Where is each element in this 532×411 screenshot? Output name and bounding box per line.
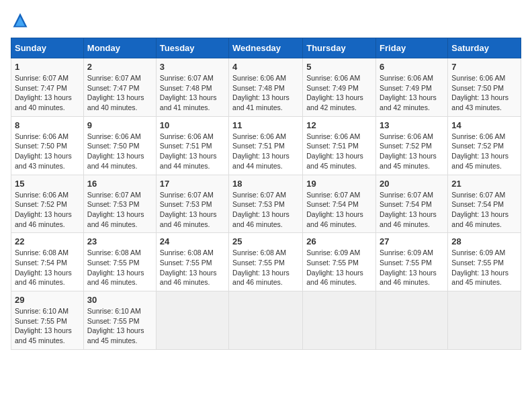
day-cell-24: 24Sunrise: 6:08 AMSunset: 7:55 PMDayligh… [156,233,228,291]
week-row-2: 8Sunrise: 6:06 AMSunset: 7:50 PMDaylight… [11,116,521,175]
day-number: 9 [87,120,152,130]
day-info: Sunrise: 6:09 AMSunset: 7:55 PMDaylight:… [306,248,363,286]
day-number: 27 [380,236,444,246]
day-info: Sunrise: 6:10 AMSunset: 7:55 PMDaylight:… [15,307,72,345]
day-info: Sunrise: 6:09 AMSunset: 7:55 PMDaylight:… [380,248,437,286]
day-info: Sunrise: 6:06 AMSunset: 7:52 PMDaylight:… [451,132,508,170]
day-info: Sunrise: 6:06 AMSunset: 7:49 PMDaylight:… [306,74,363,111]
day-cell-26: 26Sunrise: 6:09 AMSunset: 7:55 PMDayligh… [303,233,376,291]
day-cell-15: 15Sunrise: 6:06 AMSunset: 7:52 PMDayligh… [11,175,84,233]
day-cell-18: 18Sunrise: 6:07 AMSunset: 7:53 PMDayligh… [229,175,303,233]
week-row-5: 29Sunrise: 6:10 AMSunset: 7:55 PMDayligh… [11,291,521,350]
header [11,11,521,30]
day-cell-4: 4Sunrise: 6:06 AMSunset: 7:48 PMDaylight… [229,58,303,117]
empty-cell [448,291,521,350]
header-monday: Monday [83,38,156,58]
day-info: Sunrise: 6:06 AMSunset: 7:49 PMDaylight:… [380,74,437,111]
day-number: 3 [160,62,225,72]
header-wednesday: Wednesday [229,38,303,58]
calendar-body: 1Sunrise: 6:07 AMSunset: 7:47 PMDaylight… [11,58,521,350]
day-cell-21: 21Sunrise: 6:07 AMSunset: 7:54 PMDayligh… [448,175,521,233]
day-cell-8: 8Sunrise: 6:06 AMSunset: 7:50 PMDaylight… [11,116,84,175]
day-number: 23 [87,236,152,246]
day-number: 18 [232,179,299,189]
day-info: Sunrise: 6:08 AMSunset: 7:55 PMDaylight:… [232,248,290,286]
logo-icon [11,11,30,30]
day-info: Sunrise: 6:07 AMSunset: 7:47 PMDaylight:… [87,74,144,111]
day-number: 8 [15,120,80,130]
header-saturday: Saturday [448,38,521,58]
day-number: 10 [160,120,225,130]
day-info: Sunrise: 6:10 AMSunset: 7:55 PMDaylight:… [87,307,144,345]
week-row-1: 1Sunrise: 6:07 AMSunset: 7:47 PMDaylight… [11,58,521,117]
day-number: 26 [306,236,372,246]
day-info: Sunrise: 6:06 AMSunset: 7:51 PMDaylight:… [160,132,217,170]
day-info: Sunrise: 6:07 AMSunset: 7:54 PMDaylight:… [306,191,363,228]
day-number: 21 [451,179,517,189]
empty-cell [303,291,376,350]
header-friday: Friday [376,38,448,58]
day-number: 25 [232,236,299,246]
day-info: Sunrise: 6:06 AMSunset: 7:52 PMDaylight:… [380,132,437,170]
day-number: 1 [15,62,80,72]
day-cell-9: 9Sunrise: 6:06 AMSunset: 7:50 PMDaylight… [83,116,156,175]
day-cell-11: 11Sunrise: 6:06 AMSunset: 7:51 PMDayligh… [229,116,303,175]
day-number: 28 [451,236,517,246]
day-cell-20: 20Sunrise: 6:07 AMSunset: 7:54 PMDayligh… [376,175,448,233]
week-row-4: 22Sunrise: 6:08 AMSunset: 7:54 PMDayligh… [11,233,521,291]
empty-cell [229,291,303,350]
day-cell-13: 13Sunrise: 6:06 AMSunset: 7:52 PMDayligh… [376,116,448,175]
day-number: 19 [306,179,372,189]
day-info: Sunrise: 6:07 AMSunset: 7:54 PMDaylight:… [451,191,508,228]
day-info: Sunrise: 6:07 AMSunset: 7:53 PMDaylight:… [87,191,144,228]
day-number: 17 [160,179,225,189]
day-info: Sunrise: 6:07 AMSunset: 7:48 PMDaylight:… [160,74,217,111]
day-number: 2 [87,62,152,72]
day-number: 14 [451,120,517,130]
empty-cell [156,291,228,350]
day-cell-22: 22Sunrise: 6:08 AMSunset: 7:54 PMDayligh… [11,233,84,291]
day-number: 5 [306,62,372,72]
day-cell-12: 12Sunrise: 6:06 AMSunset: 7:51 PMDayligh… [303,116,376,175]
day-number: 24 [160,236,225,246]
day-number: 7 [451,62,517,72]
day-number: 15 [15,179,80,189]
day-cell-28: 28Sunrise: 6:09 AMSunset: 7:55 PMDayligh… [448,233,521,291]
day-info: Sunrise: 6:07 AMSunset: 7:53 PMDaylight:… [232,191,290,228]
day-number: 4 [232,62,299,72]
calendar-table: SundayMondayTuesdayWednesdayThursdayFrid… [11,38,521,350]
day-info: Sunrise: 6:08 AMSunset: 7:55 PMDaylight:… [160,248,217,286]
header-tuesday: Tuesday [156,38,228,58]
header-row: SundayMondayTuesdayWednesdayThursdayFrid… [11,38,521,58]
day-cell-17: 17Sunrise: 6:07 AMSunset: 7:53 PMDayligh… [156,175,228,233]
day-cell-7: 7Sunrise: 6:06 AMSunset: 7:50 PMDaylight… [448,58,521,117]
day-info: Sunrise: 6:07 AMSunset: 7:53 PMDaylight:… [160,191,217,228]
day-cell-29: 29Sunrise: 6:10 AMSunset: 7:55 PMDayligh… [11,291,84,350]
calendar-header: SundayMondayTuesdayWednesdayThursdayFrid… [11,38,521,58]
day-number: 11 [232,120,299,130]
day-info: Sunrise: 6:07 AMSunset: 7:47 PMDaylight:… [15,74,72,111]
day-cell-27: 27Sunrise: 6:09 AMSunset: 7:55 PMDayligh… [376,233,448,291]
logo [11,11,32,30]
day-info: Sunrise: 6:08 AMSunset: 7:54 PMDaylight:… [15,248,72,286]
day-cell-14: 14Sunrise: 6:06 AMSunset: 7:52 PMDayligh… [448,116,521,175]
day-cell-10: 10Sunrise: 6:06 AMSunset: 7:51 PMDayligh… [156,116,228,175]
day-number: 6 [380,62,444,72]
day-cell-5: 5Sunrise: 6:06 AMSunset: 7:49 PMDaylight… [303,58,376,117]
day-number: 22 [15,236,80,246]
day-info: Sunrise: 6:08 AMSunset: 7:55 PMDaylight:… [87,248,144,286]
day-number: 30 [87,295,152,305]
day-number: 29 [15,295,80,305]
header-sunday: Sunday [11,38,84,58]
day-number: 16 [87,179,152,189]
day-info: Sunrise: 6:06 AMSunset: 7:51 PMDaylight:… [232,132,290,170]
day-info: Sunrise: 6:06 AMSunset: 7:48 PMDaylight:… [232,74,290,111]
day-cell-25: 25Sunrise: 6:08 AMSunset: 7:55 PMDayligh… [229,233,303,291]
header-thursday: Thursday [303,38,376,58]
day-number: 12 [306,120,372,130]
day-info: Sunrise: 6:07 AMSunset: 7:54 PMDaylight:… [380,191,437,228]
day-cell-16: 16Sunrise: 6:07 AMSunset: 7:53 PMDayligh… [83,175,156,233]
day-info: Sunrise: 6:06 AMSunset: 7:50 PMDaylight:… [15,132,72,170]
week-row-3: 15Sunrise: 6:06 AMSunset: 7:52 PMDayligh… [11,175,521,233]
day-info: Sunrise: 6:06 AMSunset: 7:51 PMDaylight:… [306,132,363,170]
